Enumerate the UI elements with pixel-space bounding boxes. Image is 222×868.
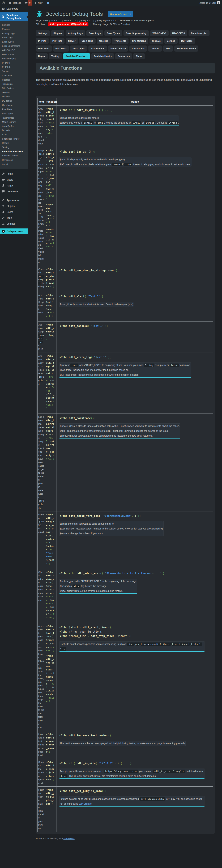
tab-php-info[interactable]: PHP Info <box>50 38 65 44</box>
sidebar-item-plugins[interactable]: Plugins <box>0 203 28 209</box>
sidebar-item-media-library[interactable]: Media Library <box>0 120 28 124</box>
sidebar-item-dashboard[interactable]: Dashboard <box>0 5 28 12</box>
code-token: ( <box>114 634 118 638</box>
tab-post-types[interactable]: Post Types <box>70 45 87 52</box>
tab-resources[interactable]: Resources <box>115 53 132 59</box>
sidebar-item-appearance[interactable]: Appearance <box>0 197 28 203</box>
sidebar-item-developer-debug-tools[interactable]: Developer Debug Tools <box>0 12 28 21</box>
tab-error-types[interactable]: Error Types <box>104 30 122 36</box>
new-content-menu[interactable]: New <box>32 0 44 5</box>
header-meta-item: Plugin 2.0.0 <box>36 19 48 22</box>
tab-domain[interactable]: Domain <box>148 45 162 52</box>
tab-db-tables[interactable]: DB Tables <box>179 38 195 44</box>
sidebar-item-available-hooks[interactable]: Available Hooks <box>0 154 28 158</box>
sidebar-item-shortcode-finder[interactable]: Shortcode Finder <box>0 137 28 141</box>
sidebar-item-cookies[interactable]: Cookies <box>0 78 28 82</box>
sidebar-item-db-tables[interactable]: DB Tables <box>0 99 28 103</box>
tab-wp-config[interactable]: WP-CONFIG <box>150 30 168 36</box>
tab-media-library[interactable]: Media Library <box>108 45 128 52</box>
tab-post-meta[interactable]: Post Meta <box>53 45 69 52</box>
comments-menu[interactable] <box>23 0 28 5</box>
sidebar-item-media[interactable]: Media <box>0 177 28 183</box>
sidebar-item-wp-config[interactable]: WP-CONFIG <box>0 48 28 53</box>
tab-settings[interactable]: Settings <box>36 30 50 36</box>
tab-defines[interactable]: Defines <box>164 38 178 44</box>
sidebar-item-error-logs[interactable]: Error Logs <box>0 36 28 40</box>
tab-testing[interactable]: Testing <box>49 53 62 59</box>
sidebar-item-cron-jobs[interactable]: Cron Jobs <box>0 73 28 78</box>
sidebar-item-activity-logs[interactable]: Activity Logs <box>0 31 28 36</box>
sidebar-item-posts[interactable]: Posts <box>0 171 28 177</box>
sidebar-item-site-options[interactable]: Site Options <box>0 86 28 90</box>
inline-code-chip: ddtt_plugins_data <box>139 797 165 801</box>
tab-site-options[interactable]: Site Options <box>130 38 149 44</box>
sidebar-item-server[interactable]: Server <box>0 69 28 73</box>
usage-cell: <?php ddtt_alert( "Test 1" );$user_id: o… <box>57 292 213 321</box>
sidebar-item-globals[interactable]: Globals <box>0 90 28 95</box>
tab-taxonomies[interactable]: Taxonomies <box>89 45 107 52</box>
wp-crontrol-link[interactable]: WP Crontrol <box>79 802 92 805</box>
site-name-menu[interactable]: Test site <box>7 0 23 5</box>
sidebar-item-pages[interactable]: Pages <box>0 183 28 189</box>
sidebar-item-users[interactable]: Users <box>0 209 28 215</box>
tab-user-meta[interactable]: User Meta <box>36 45 52 52</box>
sidebar-item-post-meta[interactable]: Post Meta <box>0 107 28 112</box>
tab-about[interactable]: About <box>133 53 145 59</box>
sidebar-item-php-info[interactable]: PHP Info <box>0 65 28 69</box>
sidebar-item-settings[interactable]: Settings <box>0 221 28 227</box>
tab-server[interactable]: Server <box>66 38 78 44</box>
note-line: $user_id: display only to that user. Def… <box>60 157 192 162</box>
sidebar-item-domain[interactable]: Domain <box>0 128 28 132</box>
sidebar-item-php-ini[interactable]: PHP.INI <box>0 61 28 65</box>
sidebar-item-auto-drafts[interactable]: Auto-Drafts <box>0 124 28 128</box>
whats-new-button[interactable]: See what's new! ✦ <box>108 11 133 17</box>
sidebar-item-label: Plugins <box>7 205 14 208</box>
tab-php-ini[interactable]: PHP.INI <box>36 38 49 44</box>
sidebar-item-taxonomies[interactable]: Taxonomies <box>0 116 28 120</box>
sidebar-item-defines[interactable]: Defines <box>0 95 28 99</box>
tab-htaccess[interactable]: HTACCESS <box>170 30 187 36</box>
sidebar-item-tools[interactable]: Tools <box>0 215 28 221</box>
sidebar-item-testing[interactable]: Testing <box>0 145 28 150</box>
sidebar-item-regex[interactable]: Regex <box>0 141 28 145</box>
tab-plugins[interactable]: Plugins <box>51 30 64 36</box>
wordpress-link[interactable]: WordPress <box>63 837 74 840</box>
tab-activity-logs[interactable]: Activity Logs <box>66 30 85 36</box>
note-line: $email: returns the developer emails <box>60 116 179 120</box>
sidebar-item-resources[interactable]: Resources <box>0 158 28 162</box>
wordpress-logo-menu[interactable]: W <box>0 0 7 5</box>
sidebar-item-about[interactable]: About <box>0 162 28 166</box>
my-account-menu[interactable]: (User ID: 1) user <box>197 0 222 5</box>
tab-cookies[interactable]: Cookies <box>97 38 111 44</box>
tab-regex[interactable]: Regex <box>36 53 48 59</box>
sidebar-item-error-suppressing[interactable]: Error Suppressing <box>0 44 28 48</box>
sidebar-item-available-functions[interactable]: Available Functions <box>0 150 28 154</box>
sidebar-item-transients[interactable]: Transients <box>0 82 28 86</box>
tab-error-suppressing[interactable]: Error Suppressing <box>124 30 149 36</box>
tab-available-functions[interactable]: Available Functions <box>63 53 90 59</box>
debug-resources-menu[interactable] <box>44 0 51 5</box>
note-line: $subject: change the subject if you want… <box>60 531 163 536</box>
tab-error-logs[interactable]: Error Logs <box>86 30 103 36</box>
sidebar-item-comments[interactable]: Comments <box>0 189 28 194</box>
sidebar-item-plugins[interactable]: Plugins <box>0 27 28 31</box>
sidebar-item-apis[interactable]: APIs <box>0 133 28 137</box>
comments-count-badge[interactable]: 0 <box>28 0 32 5</box>
code-token: ( <box>46 159 49 162</box>
sidebar-item-htaccess[interactable]: HTACCESS <box>0 53 28 57</box>
tab-transients[interactable]: Transients <box>112 38 128 44</box>
tab-apis[interactable]: APIs <box>163 45 173 52</box>
sidebar-item-settings[interactable]: Settings <box>0 23 28 27</box>
sidebar-item-functions-php[interactable]: Functions.php <box>0 57 28 61</box>
tab-available-hooks[interactable]: Available Hooks <box>91 53 114 59</box>
tab-cron-jobs[interactable]: Cron Jobs <box>79 38 96 44</box>
tab-auto-drafts[interactable]: Auto-Drafts <box>129 45 147 52</box>
sidebar-item-post-types[interactable]: Post Types <box>0 112 28 116</box>
tab-globals[interactable]: Globals <box>150 38 163 44</box>
collapse-menu-button[interactable]: Collapse menu <box>0 228 28 234</box>
sidebar-item-error-types[interactable]: Error Types <box>0 40 28 44</box>
tab-functions-php[interactable]: Functions.php <box>189 30 210 36</box>
sidebar-item-user-meta[interactable]: User Meta <box>0 103 28 107</box>
function-signature: <?php ddtt_is_dev( $email = false, $arra… <box>46 107 56 138</box>
tab-shortcode-finder[interactable]: Shortcode Finder <box>174 45 198 52</box>
